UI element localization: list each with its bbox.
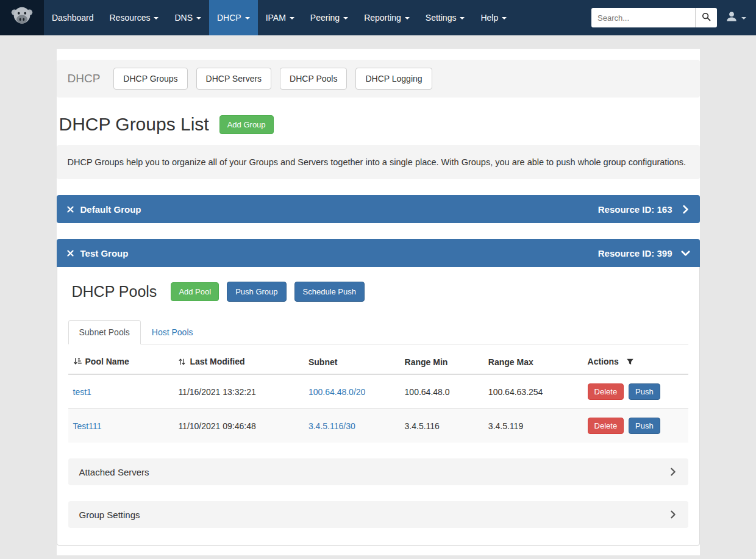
- range-min-value: 3.4.5.116: [405, 421, 440, 431]
- caret-down-icon: [502, 17, 507, 20]
- nav-label: Settings: [426, 13, 457, 23]
- nav-menu: Dashboard Resources DNS DHCP IPAM Peerin…: [44, 0, 515, 35]
- group-settings-section[interactable]: Group Settings: [68, 501, 688, 528]
- push-button[interactable]: Push: [629, 383, 660, 400]
- caret-down-icon: [154, 17, 159, 20]
- nav-label: Dashboard: [52, 13, 94, 23]
- header-label: Range Max: [488, 357, 533, 367]
- group-header-default[interactable]: Default Group Resource ID: 163: [57, 195, 700, 223]
- user-menu[interactable]: [726, 10, 746, 25]
- push-group-button[interactable]: Push Group: [227, 282, 286, 302]
- nav-item-help[interactable]: Help: [472, 0, 515, 35]
- header-pool-name[interactable]: Pool Name: [68, 351, 174, 374]
- header-label: Last Modified: [190, 357, 244, 366]
- caret-down-icon: [290, 17, 294, 20]
- section-label: Attached Servers: [79, 467, 149, 477]
- range-max-value: 100.64.63.254: [488, 387, 543, 397]
- caret-down-icon: [343, 17, 348, 20]
- delete-button[interactable]: Delete: [588, 418, 624, 434]
- pools-title: DHCP Pools: [72, 283, 157, 301]
- description-panel: DHCP Groups help you to organize all of …: [57, 145, 700, 179]
- search-box: [591, 8, 717, 27]
- add-group-button[interactable]: Add Group: [219, 115, 274, 134]
- pools-header: DHCP Pools Add Pool Push Group Schedule …: [68, 282, 688, 302]
- nav-label: Reporting: [364, 13, 401, 23]
- nav-label: DNS: [174, 13, 193, 23]
- main-content: DHCP DHCP Groups DHCP Servers DHCP Pools…: [57, 49, 700, 555]
- nav-label: IPAM: [266, 13, 286, 23]
- x-remove-icon[interactable]: [66, 205, 74, 213]
- schedule-push-button[interactable]: Schedule Push: [294, 282, 365, 302]
- delete-button[interactable]: Delete: [588, 383, 624, 400]
- sort-amount-asc-icon[interactable]: [73, 357, 82, 368]
- header-label: Actions: [588, 357, 619, 366]
- sort-icon[interactable]: [178, 358, 186, 368]
- pool-name-link[interactable]: Test111: [73, 421, 102, 431]
- nav-item-resources[interactable]: Resources: [102, 0, 167, 35]
- range-min-value: 100.64.48.0: [405, 387, 450, 397]
- nav-label: DHCP: [217, 13, 241, 23]
- resource-id-label: Resource ID: 399: [598, 248, 672, 258]
- last-modified-value: 11/16/2021 13:32:21: [178, 387, 255, 397]
- nav-label: Resources: [110, 13, 151, 23]
- group-name: Default Group: [80, 204, 141, 215]
- nav-item-ipam[interactable]: IPAM: [258, 0, 302, 35]
- push-button[interactable]: Push: [629, 418, 660, 434]
- header-range-max: Range Max: [483, 351, 583, 374]
- subnet-pools-table: Pool Name Last Modified Subnet Range Min…: [68, 351, 688, 443]
- app-logo[interactable]: [0, 0, 44, 35]
- section-label: Group Settings: [79, 510, 140, 520]
- chevron-right-icon: [669, 510, 677, 519]
- page-title: DHCP Groups List: [59, 114, 209, 135]
- header-last-modified[interactable]: Last Modified: [173, 351, 304, 374]
- header-range-min: Range Min: [400, 351, 483, 374]
- nav-item-dns[interactable]: DNS: [166, 0, 209, 35]
- dhcp-logging-button[interactable]: DHCP Logging: [355, 68, 432, 90]
- resource-id-label: Resource ID: 163: [598, 204, 672, 215]
- dhcp-servers-button[interactable]: DHCP Servers: [196, 68, 272, 90]
- search-button[interactable]: [695, 8, 717, 27]
- x-remove-icon[interactable]: [66, 249, 74, 257]
- search-input[interactable]: [591, 8, 695, 27]
- chevron-right-icon[interactable]: [681, 205, 690, 214]
- table-row: test1 11/16/2021 13:32:21 100.64.48.0/20…: [68, 374, 688, 409]
- header-subnet: Subnet: [304, 351, 400, 374]
- table-header-row: Pool Name Last Modified Subnet Range Min…: [68, 351, 688, 374]
- caret-down-icon: [245, 17, 250, 20]
- tab-subnet-pools[interactable]: Subnet Pools: [68, 320, 141, 344]
- subnet-link[interactable]: 100.64.48.0/20: [308, 387, 365, 397]
- caret-down-icon: [405, 17, 410, 20]
- subnet-link[interactable]: 3.4.5.116/30: [308, 421, 355, 431]
- nav-item-reporting[interactable]: Reporting: [356, 0, 418, 35]
- header-actions: Actions: [583, 351, 688, 374]
- dhcp-subnav: DHCP DHCP Groups DHCP Servers DHCP Pools…: [57, 60, 700, 98]
- dhcp-pools-button[interactable]: DHCP Pools: [280, 68, 347, 90]
- range-max-value: 3.4.5.119: [488, 421, 523, 431]
- chevron-down-icon[interactable]: [681, 249, 690, 258]
- group-name: Test Group: [80, 248, 129, 258]
- tab-host-pools[interactable]: Host Pools: [141, 320, 204, 344]
- group-header-test[interactable]: Test Group Resource ID: 399: [57, 239, 700, 267]
- group-default: Default Group Resource ID: 163: [57, 195, 700, 223]
- table-row: Test111 11/10/2021 09:46:48 3.4.5.116/30…: [68, 409, 688, 443]
- chevron-right-icon: [669, 468, 677, 476]
- filter-funnel-icon[interactable]: [626, 358, 634, 368]
- dhcp-groups-button[interactable]: DHCP Groups: [113, 68, 187, 90]
- pool-name-link[interactable]: test1: [73, 387, 91, 397]
- group-body: DHCP Pools Add Pool Push Group Schedule …: [57, 267, 700, 546]
- nav-label: Peering: [310, 13, 340, 23]
- nav-item-dhcp[interactable]: DHCP: [209, 0, 258, 35]
- page-title-row: DHCP Groups List Add Group: [57, 114, 700, 135]
- nav-item-peering[interactable]: Peering: [302, 0, 356, 35]
- top-navbar: Dashboard Resources DNS DHCP IPAM Peerin…: [0, 0, 756, 35]
- nav-item-settings[interactable]: Settings: [418, 0, 473, 35]
- description-text: DHCP Groups help you to organize all of …: [68, 157, 686, 167]
- caret-down-icon: [741, 17, 746, 20]
- header-label: Subnet: [308, 357, 337, 367]
- nav-item-dashboard[interactable]: Dashboard: [44, 0, 102, 35]
- gorilla-logo-icon: [9, 4, 35, 32]
- user-icon: [726, 10, 738, 25]
- add-pool-button[interactable]: Add Pool: [171, 282, 219, 301]
- attached-servers-section[interactable]: Attached Servers: [68, 458, 688, 485]
- header-label: Pool Name: [85, 357, 129, 366]
